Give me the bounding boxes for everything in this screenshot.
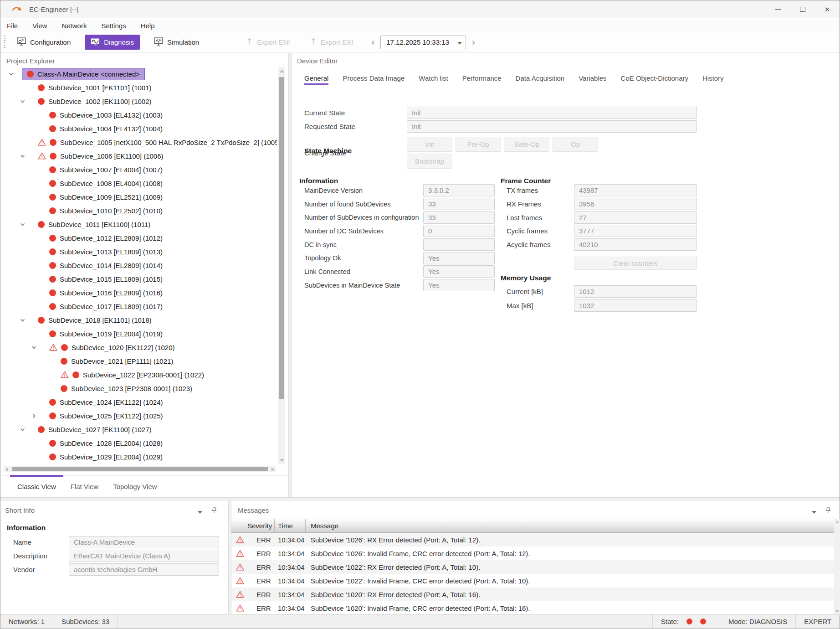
toolbar-grip[interactable] [4,36,5,49]
bootstrap-button[interactable]: Bootstrap [407,154,452,169]
tree-item[interactable]: Class-A MainDevice <connected> [2,67,277,81]
tab-history[interactable]: History [702,71,724,85]
tree-item[interactable]: SubDevice_1022 [EP2308-0001] (1022) [2,368,277,382]
minimize-button[interactable] [766,0,790,18]
scroll-down-icon[interactable] [835,610,839,613]
view-tab-topology-view[interactable]: Topology View [106,475,164,497]
tree-item[interactable]: SubDevice_1021 [EP1111] (1021) [2,354,277,368]
menu-item-settings[interactable]: Settings [101,22,126,30]
tab-variables[interactable]: Variables [579,71,606,85]
menu-item-view[interactable]: View [32,22,47,30]
tree-item[interactable]: SubDevice_1015 [EL1809] (1015) [2,272,277,286]
message-row[interactable]: ERR10:34:04SubDevice '1022': RX Error de… [231,560,834,574]
chevron-down-icon[interactable] [457,38,462,46]
column-header-message[interactable]: Message [306,519,834,532]
tree-item[interactable]: SubDevice_1020 [EK1122] (1020) [2,340,277,354]
tree-vertical-scrollbar[interactable] [278,67,285,464]
column-header-time[interactable]: Time [275,519,306,532]
tree-vscroll-thumb[interactable] [279,77,284,399]
tree-item[interactable]: SubDevice_1002 [EK1100] (1002) [2,94,277,108]
tree-item[interactable]: SubDevice_1010 [EL2502] (1010) [2,204,277,217]
close-button[interactable]: ✕ [815,0,840,18]
tree-item[interactable]: SubDevice_1027 [EK1100] (1027) [2,423,277,436]
message-row[interactable]: ERR10:34:04SubDevice '1022': Invalid Fra… [231,574,834,588]
tree-item[interactable]: SubDevice_1003 [EL4132] (1003) [2,108,277,122]
tree-item[interactable]: SubDevice_1013 [EL1809] (1013) [2,245,277,258]
scroll-left-icon[interactable] [5,468,8,471]
message-row[interactable]: ERR10:34:04SubDevice '1026': RX Error de… [231,533,834,547]
chevron-down-icon[interactable] [20,154,26,159]
menu-item-help[interactable]: Help [141,22,155,30]
tab-coe-object-dictionary[interactable]: CoE Object-Dictionary [621,71,688,85]
chevron-down-icon[interactable] [20,99,26,104]
clear-counters-button[interactable]: Clear counters [574,257,697,270]
panel-splitter-vertical[interactable] [288,53,292,497]
tree-item[interactable]: SubDevice_1004 [EL4132] (1004) [2,122,277,135]
tree-item[interactable]: SubDevice_1009 [EL2521] (1009) [2,190,277,204]
menu-item-network[interactable]: Network [61,22,87,30]
configuration-button[interactable]: Configuration [11,35,77,50]
export-eni-button[interactable]: Export ENI [241,35,296,50]
view-tab-flat-view[interactable]: Flat View [63,475,106,497]
tree-item[interactable]: SubDevice_1023 [EP2308-0001] (1023) [2,382,277,395]
message-row[interactable]: ERR10:34:04SubDevice '1020': RX Error de… [231,588,834,601]
tree-item[interactable]: SubDevice_1008 [EL4004] (1008) [2,176,277,190]
tree-item[interactable]: SubDevice_1005 [netX100_500 HAL RxPdoSiz… [2,135,277,149]
pin-icon[interactable] [211,507,217,515]
maximize-button[interactable] [790,0,815,18]
tree-hscroll-thumb[interactable] [12,467,268,471]
bottom-splitter-vertical[interactable] [228,500,231,615]
scroll-up-icon[interactable] [280,70,284,72]
tree-item[interactable]: SubDevice_1012 [EL2809] (1012) [2,231,277,245]
tab-performance[interactable]: Performance [462,71,502,85]
tree-item[interactable]: SubDevice_1014 [EL2809] (1014) [2,258,277,272]
view-tab-classic-view[interactable]: Classic View [10,475,63,497]
column-header-severity[interactable]: Severity [244,519,275,532]
simulation-button[interactable]: Simulation [148,35,205,50]
tree-item[interactable]: SubDevice_1007 [EL4004] (1007) [2,163,277,176]
chevron-right-icon[interactable] [31,413,37,418]
tab-general[interactable]: General [304,71,328,85]
history-next-button[interactable]: › [466,36,481,48]
tree-item[interactable]: SubDevice_1016 [EL2809] (1016) [2,286,277,299]
chevron-down-icon[interactable] [812,507,816,515]
export-exi-button[interactable]: Export EXI [304,35,359,50]
state-button-op[interactable]: Op [553,137,598,152]
chevron-down-icon[interactable] [20,318,26,323]
chevron-down-icon[interactable] [8,72,14,77]
message-row[interactable]: ERR10:34:04SubDevice '1020': Invalid Fra… [231,601,834,615]
diagnosis-button[interactable]: Diagnosis [85,35,140,50]
column-header-icon[interactable] [231,519,244,532]
state-button-init[interactable]: Init [407,137,452,152]
tree-horizontal-scrollbar[interactable] [4,466,276,472]
scroll-down-icon[interactable] [280,459,284,462]
state-button-pre-op[interactable]: Pre-Op [456,137,501,152]
chevron-down-icon[interactable] [20,222,26,227]
chevron-down-icon[interactable] [198,507,202,515]
messages-scrollbar[interactable] [834,519,840,615]
chevron-down-icon[interactable] [20,427,26,432]
tree-item[interactable]: SubDevice_1025 [EK1122] (1025) [2,409,277,423]
scroll-right-icon[interactable] [271,468,274,471]
tab-data-acquisition[interactable]: Data Acquisition [516,71,565,85]
tree-item[interactable]: SubDevice_1024 [EK1122] (1024) [2,395,277,409]
tree-item[interactable]: SubDevice_1029 [EL2004] (1029) [2,450,277,464]
tree-item[interactable]: SubDevice_1019 [EL2004] (1019) [2,327,277,340]
tree-item[interactable]: SubDevice_1001 [EK1101] (1001) [2,81,277,94]
tree-item[interactable]: SubDevice_1017 [EL1809] (1017) [2,299,277,313]
scroll-up-icon[interactable] [835,521,839,523]
tree-item[interactable]: SubDevice_1006 [EK1100] (1006) [2,149,277,163]
state-button-safe-op[interactable]: Safe-Op [504,137,549,152]
datetime-picker[interactable]: 17.12.2025 10:33:13 [380,36,466,49]
menu-item-file[interactable]: File [7,22,18,30]
tree-item[interactable]: SubDevice_1011 [EK1100] (1011) [2,217,277,231]
tab-process-data-image[interactable]: Process Data Image [343,71,405,85]
pin-icon[interactable] [825,507,831,515]
panel-splitter-horizontal[interactable] [0,497,840,500]
history-prev-button[interactable]: ‹ [365,36,380,48]
message-row[interactable]: ERR10:34:04SubDevice '1026': Invalid Fra… [231,547,834,560]
tree-item[interactable]: SubDevice_1018 [EK1101] (1018) [2,313,277,327]
chevron-down-icon[interactable] [31,345,37,350]
tab-watch-list[interactable]: Watch list [419,71,448,85]
tree-item[interactable]: SubDevice_1028 [EL2004] (1028) [2,436,277,450]
